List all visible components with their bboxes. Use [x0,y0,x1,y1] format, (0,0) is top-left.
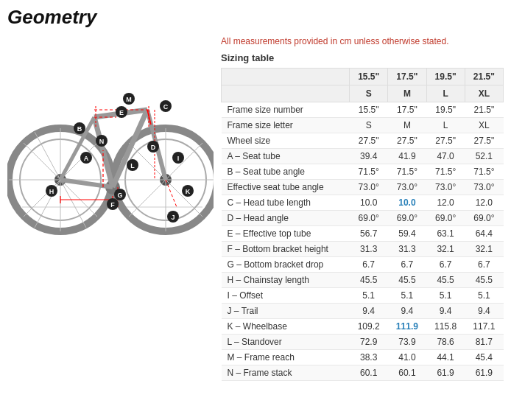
svg-line-21 [113,110,147,187]
page-title: Geometry [7,6,504,29]
row-value: 31.3 [350,242,388,257]
main-content: A B C D E F G H [7,36,504,381]
col-subheader-2: M [388,85,426,102]
table-row: E – Effective top tube56.759.463.164.4 [222,226,504,242]
row-label: E – Effective top tube [222,226,350,242]
row-value: 31.3 [388,242,426,257]
table-row: Frame size number15.5"17.5"19.5"21.5" [222,102,504,118]
col-subheader-1: S [350,85,388,102]
row-value: 38.3 [350,350,388,365]
table-row: K – Wheelbase109.2111.9115.8117.1 [222,319,504,335]
row-value: 5.1 [465,288,503,304]
row-value: 10.0 [350,195,388,211]
row-value: 69.0° [350,211,388,226]
row-value: 45.5 [350,273,388,288]
row-value: 64.4 [465,226,503,242]
row-value: 59.4 [388,226,426,242]
col-header-2: 17.5" [388,69,426,85]
row-value: 81.7 [465,335,503,350]
row-label: A – Seat tube [222,149,350,164]
row-value: 6.7 [465,257,503,273]
table-row: G – Bottom bracket drop6.76.76.76.7 [222,257,504,273]
row-value: 73.0° [426,180,465,195]
column-header-row: 15.5" 17.5" 19.5" 21.5" [222,69,504,85]
row-value: 115.8 [426,319,465,335]
row-value: 44.1 [426,350,465,365]
row-label: F – Bottom bracket height [222,242,350,257]
row-value: 45.5 [465,273,503,288]
row-value: 19.5" [426,102,465,118]
svg-text:H: H [49,188,54,195]
row-value: 9.4 [388,304,426,319]
svg-text:I: I [177,155,180,162]
row-label: N – Frame stack [222,365,350,381]
row-label: C – Head tube length [222,195,350,211]
row-value: 9.4 [426,304,465,319]
bike-diagram: A B C D E F G H [7,36,214,381]
row-value: 60.1 [350,365,388,381]
row-label: M – Frame reach [222,350,350,365]
table-row: Wheel size27.5"27.5"27.5"27.5" [222,133,504,149]
svg-text:N: N [99,138,105,145]
row-value: 12.0 [426,195,465,211]
table-area: All measurements provided in cm unless o… [221,36,504,381]
row-value: 72.9 [350,335,388,350]
page-container: Geometry [0,0,511,387]
svg-text:D: D [151,144,156,151]
table-row: A – Seat tube39.441.947.052.1 [222,149,504,164]
bike-svg: A B C D E F G H [7,36,214,235]
row-value: 6.7 [388,257,426,273]
row-value: 109.2 [350,319,388,335]
col-header-4: 21.5" [465,69,503,85]
row-value: 69.0° [426,211,465,226]
svg-text:B: B [77,125,82,133]
row-value: 47.0 [426,149,465,164]
table-row: M – Frame reach38.341.044.145.4 [222,350,504,365]
row-value: 6.7 [350,257,388,273]
row-value: 5.1 [388,288,426,304]
table-row: I – Offset5.15.15.15.1 [222,288,504,304]
col-subheader-3: L [426,85,465,102]
row-value: 61.9 [465,365,503,381]
row-value: 71.5° [465,164,503,180]
row-value: 17.5" [388,102,426,118]
row-value: 41.0 [388,350,426,365]
column-subheader-row: S M L XL [222,85,504,102]
table-row: N – Frame stack60.160.161.961.9 [222,365,504,381]
row-value: 6.7 [426,257,465,273]
svg-text:E: E [119,109,124,116]
row-value: 45.4 [465,350,503,365]
row-value: 52.1 [465,149,503,164]
row-label: J – Trail [222,304,350,319]
row-value: 32.1 [426,242,465,257]
row-label: Frame size letter [222,118,350,133]
row-value: 111.9 [388,319,426,335]
row-value: 56.7 [350,226,388,242]
row-label: G – Bottom bracket drop [222,257,350,273]
row-value: 71.5° [388,164,426,180]
row-value: 73.9 [388,335,426,350]
sizing-table-label: Sizing table [221,52,504,63]
row-value: 27.5" [388,133,426,149]
row-value: 73.0° [465,180,503,195]
svg-text:C: C [163,103,169,111]
table-row: J – Trail9.49.49.49.4 [222,304,504,319]
table-body: Frame size number15.5"17.5"19.5"21.5"Fra… [222,102,504,381]
row-value: 12.0 [465,195,503,211]
row-label: Wheel size [222,133,350,149]
row-value: 71.5° [426,164,465,180]
row-label: D – Head angle [222,211,350,226]
row-value: 27.5" [426,133,465,149]
svg-text:K: K [186,188,191,195]
svg-text:J: J [171,214,175,221]
row-value: 41.9 [388,149,426,164]
row-value: 60.1 [388,365,426,381]
table-row: F – Bottom bracket height31.331.332.132.… [222,242,504,257]
row-value: 45.5 [388,273,426,288]
row-value: 63.1 [426,226,465,242]
row-value: S [350,118,388,133]
col-header-label [222,69,350,85]
geometry-table: 15.5" 17.5" 19.5" 21.5" S M L XL Frame s… [221,68,504,381]
table-row: B – Seat tube angle71.5°71.5°71.5°71.5° [222,164,504,180]
row-value: 61.9 [426,365,465,381]
